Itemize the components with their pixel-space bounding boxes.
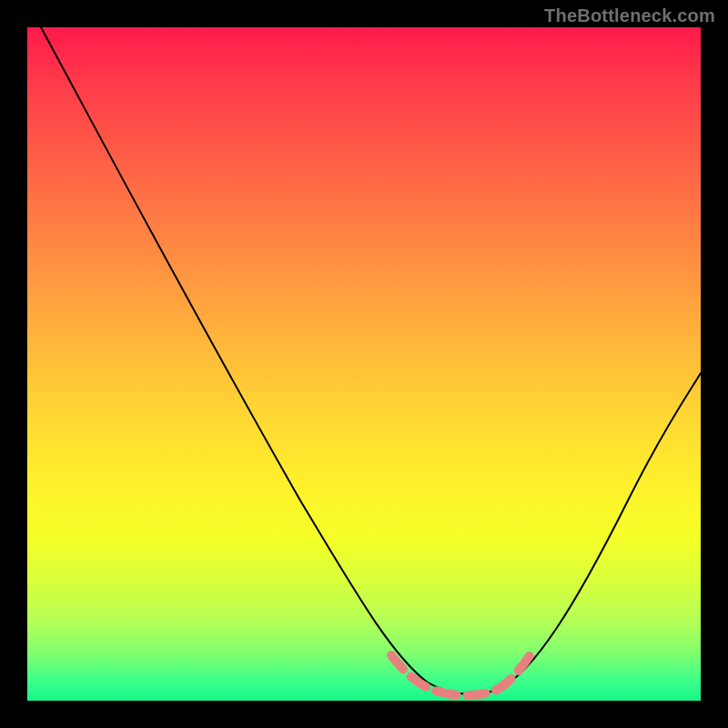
chart-frame: TheBottleneck.com (0, 0, 728, 728)
curve-svg (27, 27, 701, 701)
highlight-dash-right (497, 650, 533, 690)
watermark-text: TheBottleneck.com (544, 5, 715, 26)
highlight-dash-bottom (439, 690, 497, 695)
plot-area (27, 27, 701, 701)
bottleneck-curve (41, 27, 701, 694)
highlight-dash-left (391, 655, 439, 692)
